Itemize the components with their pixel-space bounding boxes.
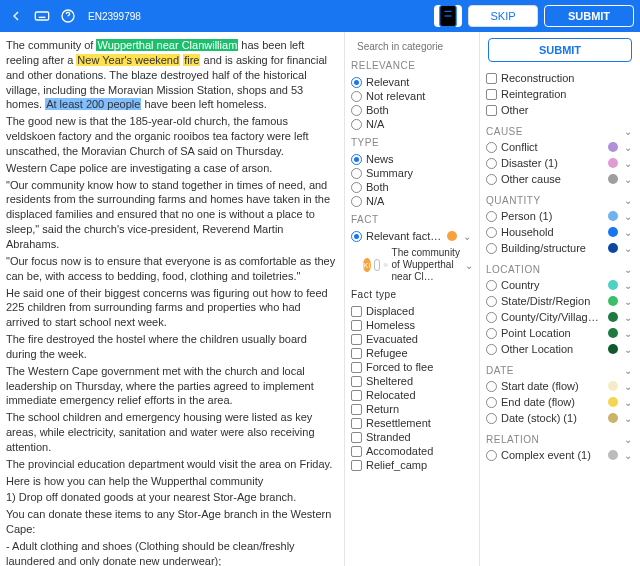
fact-badge-icon: KI: [363, 258, 371, 272]
highlight-date[interactable]: New Year's weekend: [76, 54, 180, 66]
facttype-reliefcamp[interactable]: Relief_camp: [349, 458, 475, 472]
date-heading: DATE: [486, 365, 514, 376]
facttype-evacuated[interactable]: Evacuated: [349, 332, 475, 346]
relevance-heading: RELEVANCE: [351, 60, 475, 71]
chevron-down-icon[interactable]: ⌄: [463, 260, 475, 271]
facttype-homeless[interactable]: Homeless: [349, 318, 475, 332]
type-both[interactable]: Both: [349, 180, 475, 194]
date-end[interactable]: End date (flow)⌄: [484, 394, 636, 410]
chevron-down-icon[interactable]: ⌄: [622, 365, 634, 376]
cause-conflict[interactable]: Conflict⌄: [484, 139, 636, 155]
doc-id: EN2399798: [88, 11, 141, 22]
fact-heading: FACT: [351, 214, 475, 225]
facttype-stranded[interactable]: Stranded: [349, 430, 475, 444]
annotation-middle-panel: RELEVANCE Relevant Not relevant Both N/A…: [344, 32, 480, 566]
facttype-refugee[interactable]: Refugee: [349, 346, 475, 360]
submit-button[interactable]: SUBMIT: [544, 5, 634, 27]
facttype-resettlement[interactable]: Resettlement: [349, 416, 475, 430]
quantity-household[interactable]: Household⌄: [484, 224, 636, 240]
cause-heading: CAUSE: [486, 126, 523, 137]
search-input[interactable]: [357, 41, 480, 52]
article-text: The community of Wupperthal near Clanwil…: [0, 32, 344, 566]
chevron-down-icon[interactable]: ⌄: [461, 231, 473, 242]
location-state[interactable]: State/Distr/Region⌄: [484, 293, 636, 309]
relation-complex[interactable]: Complex event (1)⌄: [484, 447, 636, 463]
fact-snippet: KI The community of Wupperthal near Cl… …: [363, 247, 475, 283]
chevron-down-icon[interactable]: ⌄: [622, 195, 634, 206]
highlight-cause[interactable]: fire: [183, 54, 200, 66]
highlight-quantity[interactable]: At least 200 people: [45, 98, 141, 110]
type-summary[interactable]: Summary: [349, 166, 475, 180]
location-country[interactable]: Country⌄: [484, 277, 636, 293]
svg-rect-0: [35, 12, 48, 20]
facttype-forced[interactable]: Forced to flee: [349, 360, 475, 374]
highlight-location[interactable]: Wupperthal near Clanwilliam: [96, 39, 238, 51]
opt-reconstruction[interactable]: Reconstruction: [484, 70, 636, 86]
facttype-displaced[interactable]: Displaced: [349, 304, 475, 318]
type-news[interactable]: News: [349, 152, 475, 166]
quantity-heading: QUANTITY: [486, 195, 541, 206]
skip-button[interactable]: SKIP: [468, 5, 538, 27]
copy-icon[interactable]: [374, 259, 381, 271]
opt-reintegration[interactable]: Reintegration: [484, 86, 636, 102]
relevance-not[interactable]: Not relevant: [349, 89, 475, 103]
relation-heading: RELATION: [486, 434, 539, 445]
fact-relevant[interactable]: Relevant fact (1) ⌄: [349, 229, 475, 243]
location-county[interactable]: County/City/Village (1)⌄: [484, 309, 636, 325]
chevron-down-icon[interactable]: ⌄: [622, 126, 634, 137]
keyboard-icon[interactable]: [32, 6, 52, 26]
chevron-left-icon[interactable]: [6, 6, 26, 26]
eye-icon[interactable]: [383, 259, 388, 271]
relevance-na[interactable]: N/A: [349, 117, 475, 131]
location-other[interactable]: Other Location⌄: [484, 341, 636, 357]
quantity-person[interactable]: Person (1)⌄: [484, 208, 636, 224]
type-na[interactable]: N/A: [349, 194, 475, 208]
date-start[interactable]: Start date (flow)⌄: [484, 378, 636, 394]
facttype-sheltered[interactable]: Sheltered: [349, 374, 475, 388]
top-bar: EN2399798 SKIP SUBMIT: [0, 0, 640, 32]
opt-other[interactable]: Other: [484, 102, 636, 118]
type-heading: TYPE: [351, 137, 475, 148]
relevance-both[interactable]: Both: [349, 103, 475, 117]
help-icon[interactable]: [58, 6, 78, 26]
facttype-return[interactable]: Return: [349, 402, 475, 416]
location-heading: LOCATION: [486, 264, 540, 275]
facttype-accomodated[interactable]: Accomodated: [349, 444, 475, 458]
relevance-relevant[interactable]: Relevant: [349, 75, 475, 89]
facttype-relocated[interactable]: Relocated: [349, 388, 475, 402]
location-point[interactable]: Point Location⌄: [484, 325, 636, 341]
cause-other[interactable]: Other cause⌄: [484, 171, 636, 187]
facttype-heading: Fact type: [351, 289, 475, 300]
annotation-right-panel: SUBMIT Reconstruction Reintegration Othe…: [480, 32, 640, 566]
quantity-building[interactable]: Building/structure⌄: [484, 240, 636, 256]
chevron-down-icon[interactable]: ⌄: [622, 434, 634, 445]
note-button[interactable]: [434, 5, 462, 27]
chevron-down-icon[interactable]: ⌄: [622, 264, 634, 275]
submit-right-button[interactable]: SUBMIT: [488, 38, 632, 62]
svg-point-16: [385, 264, 386, 265]
cause-disaster[interactable]: Disaster (1)⌄: [484, 155, 636, 171]
date-stock[interactable]: Date (stock) (1)⌄: [484, 410, 636, 426]
fact-dot-icon: [447, 231, 457, 241]
search-row: [349, 38, 475, 54]
